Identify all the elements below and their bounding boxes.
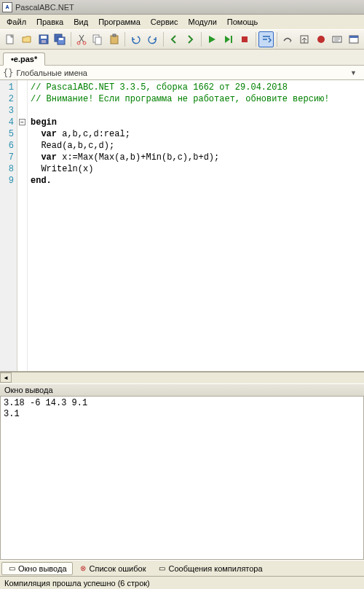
fold-toggle-icon[interactable]: − [19,119,25,125]
code-text: a,b,c,d:real; [57,129,130,139]
svg-rect-6 [59,38,63,40]
tab-output[interactable]: ▭ Окно вывода [1,562,73,575]
toolbar-separator [71,32,71,47]
new-file-icon[interactable] [3,31,18,47]
stop-icon[interactable] [237,31,253,47]
toolbar-separator [201,32,202,47]
menu-file[interactable]: Файл [1,16,31,28]
menu-edit[interactable]: Правка [31,16,68,28]
svg-point-8 [83,42,86,44]
messages-tab-icon: ▭ [157,564,166,573]
paste-icon[interactable] [107,31,122,47]
scroll-left-icon[interactable]: ◄ [0,372,12,383]
horizontal-scrollbar[interactable]: ◄ [0,372,364,383]
file-tab[interactable]: •e.pas* [3,52,45,66]
code-line: Writeln(x) [31,164,93,174]
svg-rect-14 [242,36,248,42]
menu-bar: Файл Правка Вид Программа Сервис Модули … [0,15,364,29]
navigate-forward-icon[interactable] [183,31,198,47]
copy-icon[interactable] [90,31,106,47]
output-line: 3.18 -6 14.3 9.1 [4,398,87,408]
step-into-icon[interactable] [258,31,274,47]
status-text: Компиляция прошла успешно (6 строк) [4,579,150,588]
menu-help[interactable]: Помощь [222,16,264,28]
menu-program[interactable]: Программа [93,16,146,28]
tab-errors[interactable]: ⊗ Список ошибок [73,562,152,575]
toolbar-separator [163,32,164,47]
toolbar [0,29,364,50]
status-bar: Компиляция прошла успешно (6 строк) [0,576,364,589]
bottom-tab-strip: ▭ Окно вывода ⊗ Список ошибок ▭ Сообщени… [0,560,364,576]
save-icon[interactable] [36,31,51,47]
svg-rect-12 [113,34,116,36]
form-designer-icon[interactable] [347,31,362,47]
step-over-icon[interactable] [280,31,296,47]
save-all-icon[interactable] [52,31,68,47]
fold-column: − [17,80,28,371]
toolbar-separator [277,32,277,47]
line-gutter: 1 2 3 4 5 6 7 8 9 [0,80,17,371]
cut-icon[interactable] [74,31,89,47]
chevron-down-icon: ▼ [350,69,361,77]
menu-view[interactable]: Вид [68,16,93,28]
toolbar-separator [124,32,125,47]
app-icon: A [2,2,12,12]
tab-compiler-messages[interactable]: ▭ Сообщения компилятора [151,562,268,575]
errors-tab-icon: ⊗ [79,564,87,573]
navigate-back-icon[interactable] [166,31,181,47]
code-keyword: begin [31,117,57,128]
toolbar-separator [256,32,256,47]
svg-rect-2 [41,36,47,39]
code-text: x:=Max(Max(a,b)+Min(b,c),b+d); [57,152,219,163]
svg-rect-10 [95,37,101,44]
code-editor[interactable]: 1 2 3 4 5 6 7 8 9 − // PascalABC.NET 3.3… [0,80,364,372]
step-out-icon[interactable] [297,31,312,47]
output-tab-icon: ▭ [7,564,16,573]
undo-icon[interactable] [128,31,143,47]
output-panel-header: Окно вывода [0,383,364,397]
run-no-debug-icon[interactable] [221,31,236,47]
breakpoint-icon[interactable] [313,31,328,47]
names-selector[interactable]: {} Глобальные имена ▼ [0,66,364,80]
redo-icon[interactable] [145,31,160,47]
output-title: Окно вывода [4,386,53,394]
code-line: // PascalABC.NET 3.3.5, сборка 1662 от 2… [31,82,288,93]
menu-service[interactable]: Сервис [146,16,183,28]
open-file-icon[interactable] [20,31,35,47]
svg-rect-11 [111,36,118,44]
menu-modules[interactable]: Модули [183,16,221,28]
code-keyword: var [41,129,57,139]
window-title: PascalABC.NET [15,3,74,12]
code-line: // Внимание! Если программа не работает,… [31,94,329,104]
run-icon[interactable] [205,31,220,47]
svg-rect-19 [349,36,358,38]
code-keyword: end. [31,176,52,186]
svg-point-7 [77,42,80,44]
output-panel[interactable]: 3.18 -6 14.3 9.1 3.1 [0,397,364,560]
code-keyword: var [41,152,57,163]
names-label: Глобальные имена [16,69,87,77]
code-content[interactable]: // PascalABC.NET 3.3.5, сборка 1662 от 2… [28,80,364,371]
output-line: 3.1 [4,409,20,419]
watch-icon[interactable] [330,31,345,47]
title-bar: A PascalABC.NET [0,0,364,15]
code-line: Read(a,b,c,d); [31,141,114,151]
svg-rect-3 [41,40,46,43]
svg-point-16 [317,36,325,43]
svg-rect-13 [231,36,232,43]
tab-strip: •e.pas* [0,50,364,66]
braces-icon: {} [3,68,13,78]
